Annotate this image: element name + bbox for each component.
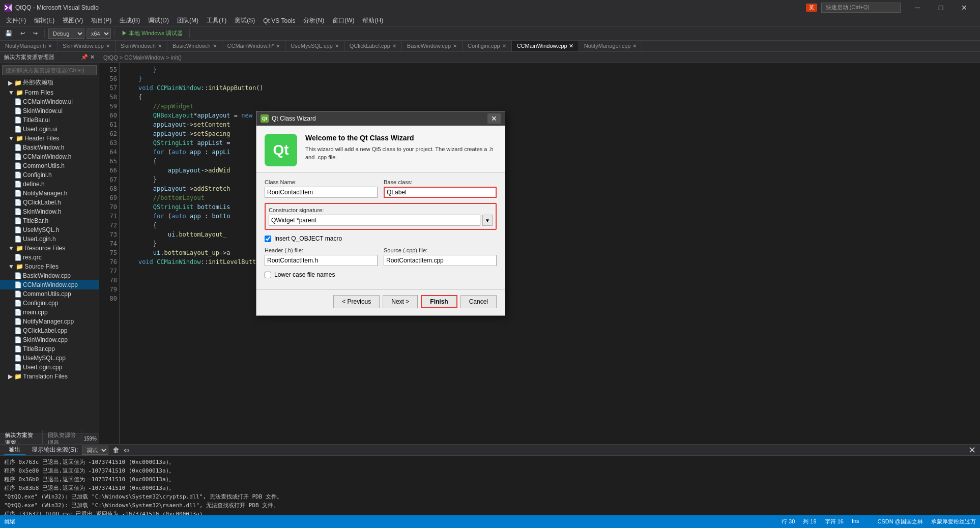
form-group-header-file: Header (.h) file: bbox=[265, 247, 378, 266]
previous-button[interactable]: < Previous bbox=[333, 295, 380, 308]
qt-logo-text: Qt bbox=[273, 142, 289, 158]
qobject-macro-row: Insert Q_OBJECT macro bbox=[265, 235, 497, 242]
form-row-class: Class Name: Base class: bbox=[265, 179, 497, 198]
source-file-label: Source (.cpp) file: bbox=[384, 247, 497, 253]
class-name-input[interactable] bbox=[265, 187, 378, 198]
form-group-baseclass: Base class: bbox=[384, 179, 497, 198]
lowercase-row: Lower case file names bbox=[265, 271, 497, 278]
dialog-title-bar: Qt Qt Class Wizard ✕ bbox=[256, 111, 505, 126]
finish-button[interactable]: Finish bbox=[421, 295, 457, 308]
dialog-close-button[interactable]: ✕ bbox=[487, 113, 501, 124]
header-file-label: Header (.h) file: bbox=[265, 247, 378, 253]
source-file-input[interactable] bbox=[384, 255, 497, 266]
dialog-welcome-desc: This wizard will add a new Qt5 class to … bbox=[305, 145, 497, 161]
form-group-classname: Class Name: bbox=[265, 179, 378, 198]
cancel-button[interactable]: Cancel bbox=[460, 295, 497, 308]
dialog-title-text: Qt Class Wizard bbox=[272, 115, 487, 122]
class-name-label: Class Name: bbox=[265, 179, 378, 185]
form-group-source-file: Source (.cpp) file: bbox=[384, 247, 497, 266]
qt-class-wizard-dialog: Qt Qt Class Wizard ✕ Qt Welcome to the Q… bbox=[256, 111, 505, 316]
base-class-input[interactable] bbox=[384, 187, 497, 198]
next-button[interactable]: Next > bbox=[383, 295, 418, 308]
dialog-form: Class Name: Base class: Constructor sign… bbox=[256, 173, 505, 289]
dialog-header: Qt Welcome to the Qt Class Wizard This w… bbox=[256, 126, 505, 173]
lowercase-label: Lower case file names bbox=[274, 271, 335, 278]
lowercase-checkbox[interactable] bbox=[265, 272, 271, 278]
dialog-footer: < Previous Next > Finish Cancel bbox=[256, 289, 505, 315]
qt-logo: Qt bbox=[265, 134, 297, 166]
constructor-section: Constructor signature: ▼ bbox=[265, 203, 497, 230]
dialog-qt-icon: Qt bbox=[261, 114, 269, 123]
dialog-body: Qt Welcome to the Qt Class Wizard This w… bbox=[256, 126, 505, 315]
dialog-header-text: Welcome to the Qt Class Wizard This wiza… bbox=[305, 134, 497, 166]
form-files-row: Header (.h) file: Source (.cpp) file: bbox=[265, 247, 497, 266]
qobject-macro-label: Insert Q_OBJECT macro bbox=[274, 235, 342, 242]
constructor-row: ▼ bbox=[269, 215, 493, 226]
header-file-input[interactable] bbox=[265, 255, 378, 266]
dialog-overlay: Qt Qt Class Wizard ✕ Qt Welcome to the Q… bbox=[0, 0, 980, 528]
constructor-input[interactable] bbox=[269, 215, 480, 226]
constructor-label: Constructor signature: bbox=[269, 207, 493, 213]
dialog-welcome-title: Welcome to the Qt Class Wizard bbox=[305, 134, 497, 142]
base-class-label: Base class: bbox=[384, 179, 497, 185]
constructor-dropdown-btn[interactable]: ▼ bbox=[482, 215, 493, 226]
qobject-macro-checkbox[interactable] bbox=[265, 236, 271, 242]
